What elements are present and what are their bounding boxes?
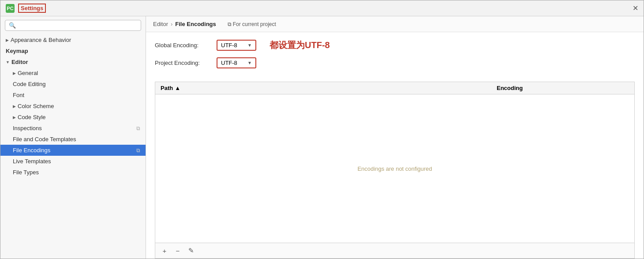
sidebar-item-inspections[interactable]: Inspections ⧉ bbox=[0, 123, 146, 134]
breadcrumb-separator: › bbox=[171, 21, 172, 27]
window-title: Settings bbox=[18, 4, 46, 13]
collapse-arrow-icon: ▶ bbox=[13, 115, 16, 120]
encoding-column-header: Encoding bbox=[497, 85, 629, 91]
close-button[interactable]: ✕ bbox=[633, 4, 638, 12]
search-icon: 🔍 bbox=[9, 22, 16, 29]
expand-arrow-icon: ▼ bbox=[6, 60, 10, 64]
sidebar-item-label: Appearance & Behavior bbox=[11, 37, 71, 43]
table-footer: + − ✎ bbox=[155, 243, 634, 258]
breadcrumb-editor: Editor bbox=[153, 21, 168, 27]
sidebar-item-label: Live Templates bbox=[13, 158, 51, 165]
sidebar-item-file-encodings[interactable]: File Encodings ⧉ bbox=[0, 145, 146, 156]
global-encoding-value: UTF-8 bbox=[221, 42, 237, 49]
sidebar-item-label: Editor bbox=[11, 59, 28, 65]
sort-arrow-icon: ▲ bbox=[175, 85, 180, 91]
annotation-text: 都设置为UTF-8 bbox=[270, 39, 330, 51]
table-body: Encodings are not configured bbox=[155, 94, 634, 243]
sidebar-item-label: Keymap bbox=[6, 48, 28, 54]
sidebar-item-color-scheme[interactable]: ▶ Color Scheme bbox=[0, 101, 146, 112]
main-content: 🔍 ▶ Appearance & Behavior Keymap ▼ Edito… bbox=[0, 16, 644, 259]
for-current-project-link[interactable]: ⧉ For current project bbox=[228, 21, 276, 27]
project-link-icon: ⧉ bbox=[228, 21, 232, 27]
sidebar-item-label: File and Code Templates bbox=[13, 136, 76, 143]
sidebar-item-label: Code Editing bbox=[13, 81, 45, 87]
search-box[interactable]: 🔍 bbox=[5, 20, 141, 31]
project-encoding-value: UTF-8 bbox=[221, 60, 237, 66]
settings-form: Global Encoding: UTF-8 ▼ 都设置为UTF-8 Proje… bbox=[146, 32, 644, 82]
sidebar-item-code-editing[interactable]: Code Editing bbox=[0, 79, 146, 90]
sidebar: 🔍 ▶ Appearance & Behavior Keymap ▼ Edito… bbox=[0, 16, 146, 259]
global-encoding-dropdown[interactable]: UTF-8 ▼ bbox=[217, 40, 256, 51]
sidebar-item-label: Inspections bbox=[13, 125, 42, 131]
sidebar-item-file-types[interactable]: File Types bbox=[0, 167, 146, 178]
sidebar-item-appearance[interactable]: ▶ Appearance & Behavior bbox=[0, 34, 146, 45]
project-encoding-row: Project Encoding: UTF-8 ▼ bbox=[155, 57, 635, 68]
collapse-arrow-icon: ▶ bbox=[6, 38, 9, 42]
sidebar-item-code-style[interactable]: ▶ Code Style bbox=[0, 112, 146, 123]
dropdown-arrow-icon: ▼ bbox=[247, 60, 252, 65]
settings-window: PC Settings ✕ 🔍 ▶ Appearance & Behavior … bbox=[0, 0, 644, 259]
sidebar-item-general[interactable]: ▶ General bbox=[0, 68, 146, 79]
sidebar-item-live-templates[interactable]: Live Templates bbox=[0, 156, 146, 167]
path-column-header: Path ▲ bbox=[161, 85, 497, 91]
app-icon: PC bbox=[6, 4, 15, 13]
project-encoding-dropdown[interactable]: UTF-8 ▼ bbox=[217, 57, 256, 68]
sidebar-item-label: Code Style bbox=[18, 114, 46, 120]
add-button[interactable]: + bbox=[160, 246, 169, 255]
global-encoding-row: Global Encoding: UTF-8 ▼ 都设置为UTF-8 bbox=[155, 39, 635, 51]
main-panel: Editor › File Encodings ⧉ For current pr… bbox=[146, 16, 644, 259]
sidebar-item-label: Font bbox=[13, 92, 24, 98]
encodings-table: Path ▲ Encoding Encodings are not config… bbox=[155, 82, 635, 259]
table-header: Path ▲ Encoding bbox=[155, 82, 634, 94]
sidebar-item-file-code-templates[interactable]: File and Code Templates bbox=[0, 134, 146, 145]
copy-icon: ⧉ bbox=[136, 125, 140, 131]
collapse-arrow-icon: ▶ bbox=[13, 104, 16, 109]
project-encoding-label: Project Encoding: bbox=[155, 60, 212, 66]
collapse-arrow-icon: ▶ bbox=[13, 71, 16, 75]
breadcrumb-current: File Encodings bbox=[175, 21, 216, 27]
sidebar-item-label: General bbox=[18, 70, 38, 76]
sidebar-item-keymap[interactable]: Keymap bbox=[0, 45, 146, 56]
sidebar-item-font[interactable]: Font bbox=[0, 90, 146, 101]
dropdown-arrow-icon: ▼ bbox=[247, 43, 252, 48]
sidebar-item-editor[interactable]: ▼ Editor bbox=[0, 56, 146, 68]
global-encoding-label: Global Encoding: bbox=[155, 42, 212, 49]
search-input[interactable] bbox=[16, 23, 137, 29]
breadcrumb-bar: Editor › File Encodings ⧉ For current pr… bbox=[146, 16, 644, 32]
empty-message: Encodings are not configured bbox=[357, 165, 432, 172]
sidebar-item-label: File Types bbox=[13, 169, 39, 176]
copy-icon: ⧉ bbox=[136, 147, 140, 154]
sidebar-item-label: Color Scheme bbox=[18, 103, 54, 109]
edit-button[interactable]: ✎ bbox=[186, 246, 196, 255]
sidebar-item-label: File Encodings bbox=[13, 147, 50, 154]
title-bar: PC Settings ✕ bbox=[0, 0, 644, 16]
remove-button[interactable]: − bbox=[173, 246, 183, 255]
